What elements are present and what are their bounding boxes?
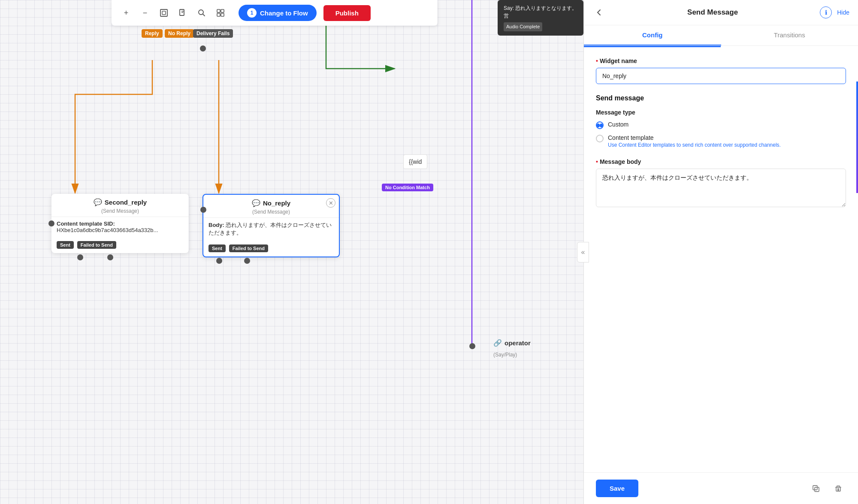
no-condition-match-tag[interactable]: No Condition Match	[382, 184, 433, 191]
delivery-fails-tag[interactable]: Delivery Fails	[193, 29, 233, 38]
second-reply-body: Content template SID: HXbe1c0a6dbc9b7ac4…	[51, 217, 189, 238]
no-reply-send-icon: 💬	[252, 199, 260, 207]
connector-dot-top	[200, 45, 206, 51]
send-message-icon: 💬	[94, 198, 102, 206]
panel-title: Send Message	[610, 8, 815, 17]
panel-content: • Widget name Send message Message type …	[584, 47, 858, 472]
second-reply-node[interactable]: 💬 Second_reply (Send Message) Content te…	[51, 194, 189, 253]
message-type-label: Message type	[596, 109, 846, 116]
grid-button[interactable]	[213, 5, 228, 21]
partial-widget-node: {{wid	[403, 154, 427, 169]
panel-hide-button[interactable]: Hide	[837, 9, 849, 16]
no-reply-sent-dot	[216, 258, 222, 264]
no-reply-close-button[interactable]: ✕	[326, 198, 335, 208]
audio-complete-badge: Audio Complete	[504, 22, 542, 31]
publish-button[interactable]: Publish	[323, 5, 371, 21]
no-reply-failed-dot	[244, 258, 250, 264]
message-body-group: • Message body 恐れ入りますが、本件はクローズさせていただきます。	[596, 158, 846, 209]
svg-rect-8	[221, 9, 224, 12]
second-reply-header: 💬 Second_reply	[51, 194, 189, 208]
svg-rect-7	[217, 9, 220, 12]
panel-right-accent	[856, 81, 858, 193]
svg-rect-4	[162, 11, 166, 15]
radio-content-template-circle	[596, 135, 604, 142]
change-to-flow-button[interactable]: 1 Change to Flow	[239, 5, 317, 21]
purple-bottom-dot	[469, 343, 475, 349]
radio-content-template-content: Content template Use Content Editor temp…	[608, 134, 781, 148]
right-panel: « Send Message ℹ Hide Config Transitions…	[583, 0, 858, 504]
radio-content-template-item[interactable]: Content template Use Content Editor temp…	[596, 134, 846, 148]
svg-rect-13	[836, 487, 840, 491]
panel-footer-actions	[808, 481, 846, 496]
no-reply-sent-tag[interactable]: Sent	[208, 244, 226, 252]
no-reply-subtype: (Send Message)	[203, 209, 339, 217]
no-reply-failed-tag[interactable]: Failed to Send	[229, 244, 268, 252]
zoom-in-button[interactable]: +	[118, 5, 134, 21]
search-button[interactable]	[194, 5, 209, 21]
tooltip-text: Say: 恐れ入りますとなります。営	[504, 4, 577, 20]
send-message-section-title: Send message	[596, 94, 846, 102]
second-reply-actions: Sent Failed to Send	[51, 238, 189, 253]
no-reply-body: Body: 恐れ入りますが、本件はクローズさせていただきます。	[203, 217, 339, 241]
radio-group: Custom Content template Use Content Edit…	[596, 121, 846, 148]
page-view-button[interactable]	[175, 5, 190, 21]
widget-name-input[interactable]	[596, 68, 846, 84]
widget-name-label: • Widget name	[596, 57, 846, 64]
panel-back-button[interactable]	[592, 6, 605, 19]
message-body-label: • Message body	[596, 158, 846, 165]
message-type-group: Message type Custom Content template Use…	[596, 109, 846, 148]
no-reply-node[interactable]: ✕ 💬 No_reply (Send Message) Body: 恐れ入ります…	[202, 194, 340, 257]
no-reply-actions: Sent Failed to Send	[203, 241, 339, 257]
reply-tag[interactable]: Reply	[142, 29, 163, 38]
panel-info-button[interactable]: ℹ	[820, 6, 832, 18]
message-body-input[interactable]: 恐れ入りますが、本件はクローズさせていただきます。	[596, 169, 846, 207]
operator-link-icon: 🔗	[493, 339, 502, 347]
zoom-out-button[interactable]: −	[137, 5, 153, 21]
radio-custom-circle	[596, 121, 604, 129]
no-reply-input-dot	[200, 207, 206, 213]
sent-output-dot	[77, 254, 83, 260]
svg-rect-3	[160, 9, 167, 16]
canvas: + − 1 Change to Flow Publish Reply No Re…	[0, 0, 583, 504]
second-reply-input-dot	[48, 220, 54, 226]
widget-name-group: • Widget name	[596, 57, 846, 84]
failed-to-send-action-tag[interactable]: Failed to Send	[77, 241, 116, 249]
tab-config[interactable]: Config	[584, 25, 721, 45]
panel-footer: Save	[584, 472, 858, 504]
tab-transitions[interactable]: Transitions	[721, 25, 858, 45]
svg-point-6	[199, 10, 203, 15]
failed-output-dot	[107, 254, 113, 260]
expand-button[interactable]	[156, 5, 172, 21]
say-tooltip: Say: 恐れ入りますとなります。営 Audio Complete	[498, 0, 583, 36]
no-reply-header: 💬 No_reply	[203, 195, 339, 209]
svg-rect-10	[221, 13, 224, 16]
save-button[interactable]: Save	[596, 480, 638, 497]
toolbar: + − 1 Change to Flow Publish	[112, 0, 438, 26]
sent-action-tag[interactable]: Sent	[57, 241, 74, 249]
radio-custom-content: Custom	[608, 121, 628, 128]
operator-subtype: (Say/Play)	[493, 352, 517, 358]
delete-button[interactable]	[831, 481, 846, 496]
panel-tabs: Config Transitions	[584, 25, 858, 46]
radio-custom-item[interactable]: Custom	[596, 121, 846, 129]
copy-button[interactable]	[808, 481, 824, 496]
svg-rect-9	[217, 13, 220, 16]
no-reply-tag[interactable]: No Reply	[165, 29, 194, 38]
panel-collapse-button[interactable]: «	[577, 242, 589, 263]
panel-header: Send Message ℹ Hide	[584, 0, 858, 25]
operator-node[interactable]: 🔗 operator	[493, 339, 531, 347]
second-reply-subtype: (Send Message)	[51, 208, 189, 217]
info-icon: ℹ	[825, 9, 827, 16]
